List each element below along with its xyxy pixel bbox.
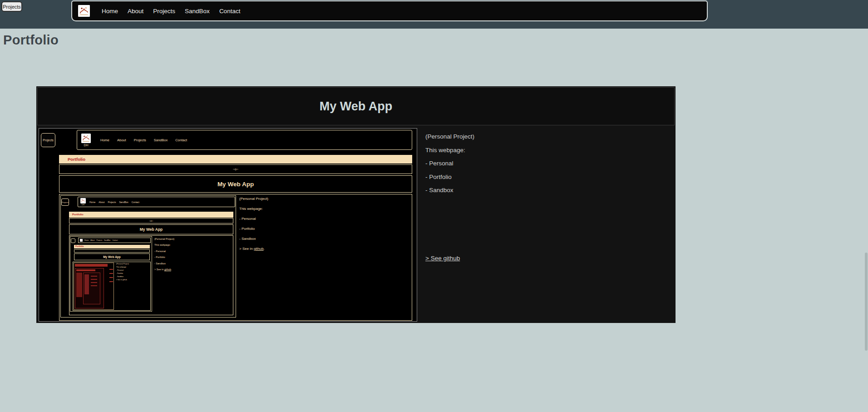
screenshot-nav-bar: DH Home About Projects SandBox Contact xyxy=(77,130,412,150)
project-description: (Personal Project) This webpage: - Perso… xyxy=(425,127,671,322)
nested-app-title: My Web App xyxy=(69,224,233,234)
deep-nested-content xyxy=(84,274,89,294)
nav-link-home[interactable]: Home xyxy=(102,8,118,15)
deep-nested-content xyxy=(91,276,97,277)
deep-nested-content xyxy=(109,273,113,274)
nested-nav-link: SandBox xyxy=(119,201,128,204)
deep-nested-content xyxy=(109,277,113,278)
nav-link-sandbox[interactable]: SandBox xyxy=(185,8,210,15)
tiny-description: (Personal Project) This webpage: - Perso… xyxy=(116,262,151,310)
deep-nested-content xyxy=(83,273,100,304)
screenshot-nav-link: Contact xyxy=(175,138,187,142)
tiny-nav-link: SandBox xyxy=(104,239,110,241)
main-nav: Home About Projects SandBox Contact xyxy=(71,0,708,21)
tiny-project-body: (Personal Project) This webpage: - Perso… xyxy=(73,262,151,311)
nested-logo-image xyxy=(80,198,86,204)
nested-logo: DH xyxy=(80,198,86,206)
description-line: - Personal xyxy=(116,270,123,272)
deep-nested-content xyxy=(109,281,113,282)
deep-nested-content xyxy=(91,285,97,286)
github-line-prefix: > See in xyxy=(154,268,164,271)
nav-links: Home About Projects SandBox Contact xyxy=(102,8,240,15)
nav-link-contact[interactable]: Contact xyxy=(219,8,241,15)
description-line: This webpage: xyxy=(239,207,263,211)
nested-nav-link: About xyxy=(99,201,104,204)
nested-divider: ~o~ xyxy=(69,218,233,223)
screenshot-projects-button: Projects xyxy=(41,133,55,147)
nested-screenshot-level3: Home About Projects SandBox Contact Port… xyxy=(70,236,152,312)
tiny-nav-bar: Home About Projects SandBox Contact xyxy=(78,238,151,243)
description-line: - Sandbox xyxy=(425,187,454,194)
description-line: (Personal Project) xyxy=(116,263,129,265)
tiny-projects-button xyxy=(71,238,75,243)
screenshot-nav-link: Projects xyxy=(134,138,146,142)
nav-link-about[interactable]: About xyxy=(128,8,143,15)
screenshot-nav-link: Home xyxy=(100,138,109,142)
screenshot-description: (Personal Project) This webpage: - Perso… xyxy=(239,194,357,320)
project-title: My Web App xyxy=(320,99,393,114)
description-line: - Sandbox xyxy=(116,276,123,278)
description-line: - Personal xyxy=(425,160,454,167)
description-line: (Personal Project) xyxy=(239,197,268,201)
nested-nav-bar: DH Home About Projects SandBox Contact xyxy=(78,197,235,207)
nested-screenshot-image: Projects DH Home About Projects S xyxy=(60,195,236,318)
description-line: > See in github. xyxy=(116,279,127,281)
description-line: - Portfolio xyxy=(425,174,452,181)
github-line-suffix: . xyxy=(264,247,265,251)
nested-projects-button: Projects xyxy=(61,199,69,206)
scrollbar-thumb[interactable] xyxy=(865,253,868,351)
nested-page-title: Portfolio xyxy=(69,212,233,218)
screenshot-logo-image xyxy=(81,134,91,143)
deep-nested-content xyxy=(91,279,97,280)
project-title-bar: My Web App xyxy=(37,87,675,125)
deep-nested-content xyxy=(75,264,108,267)
nested-nav-link: Projects xyxy=(108,201,116,204)
project-card: My Web App Projects DH Home About Projec… xyxy=(36,86,676,323)
deep-nested-content xyxy=(75,268,104,308)
tiny-nav-links: Home About Projects SandBox Contact xyxy=(84,239,118,241)
tiny-divider xyxy=(74,249,150,253)
description-line: - Personal xyxy=(239,217,256,221)
nav-link-projects[interactable]: Projects xyxy=(153,8,175,15)
deep-nested-content xyxy=(76,269,95,271)
screenshot-nav-link: SandBox xyxy=(154,138,168,142)
screenshot-project-body: Projects DH Home About Projects S xyxy=(59,194,412,321)
screenshot-logo: DH xyxy=(81,134,91,147)
nested-nav-links: Home About Projects SandBox Contact xyxy=(89,201,139,204)
description-line: - Sandbox xyxy=(239,237,256,241)
tiny-page-title: Portfolio xyxy=(74,245,150,248)
description-line: This webpage: xyxy=(116,267,127,268)
nested-logo-caption: DH xyxy=(82,204,84,206)
screenshot-divider: ~o~ xyxy=(59,164,412,174)
deep-nested-screenshot xyxy=(74,263,114,310)
site-logo-image[interactable] xyxy=(78,5,90,17)
description-line: This webpage: xyxy=(425,147,465,154)
screenshot-github-line: > See in github. xyxy=(239,247,265,251)
screenshot-nav-link: About xyxy=(117,138,126,142)
screenshot-app-title: My Web App xyxy=(59,175,412,193)
project-body: Projects DH Home About Projects SandBox … xyxy=(37,127,675,322)
description-line: - Portfolio xyxy=(154,256,165,258)
description-line: - Personal xyxy=(154,250,166,253)
github-link-text: github xyxy=(254,247,264,251)
description-line: - Portfolio xyxy=(116,273,123,275)
projects-button[interactable]: Projects xyxy=(1,1,22,12)
page-title: Portfolio xyxy=(3,33,59,48)
deep-nested-content xyxy=(91,282,97,283)
tiny-logo-image xyxy=(80,239,83,242)
screenshot-logo-caption: DH xyxy=(84,144,88,147)
description-line: (Personal Project) xyxy=(154,238,174,240)
screenshot-page-title: Portfolio xyxy=(59,155,412,164)
nested-project-body: Home About Projects SandBox Contact Port… xyxy=(69,235,233,315)
nested-github-line: > See in github. xyxy=(154,268,172,271)
description-line: - Portfolio xyxy=(239,227,255,231)
deep-nested-content xyxy=(109,269,113,270)
tiny-nav-link: Contact xyxy=(112,239,118,241)
nested-description: (Personal Project) This webpage: - Perso… xyxy=(154,236,232,315)
github-link[interactable]: > See github xyxy=(425,255,460,262)
tiny-app-title: My Web App xyxy=(74,253,150,260)
project-screenshot-image: Projects DH Home About Projects SandBox … xyxy=(39,128,417,322)
deep-nested-content xyxy=(76,273,82,297)
top-bar: Projects Home About Projects SandBox Con… xyxy=(0,0,868,29)
tiny-nav-link: About xyxy=(90,239,94,241)
